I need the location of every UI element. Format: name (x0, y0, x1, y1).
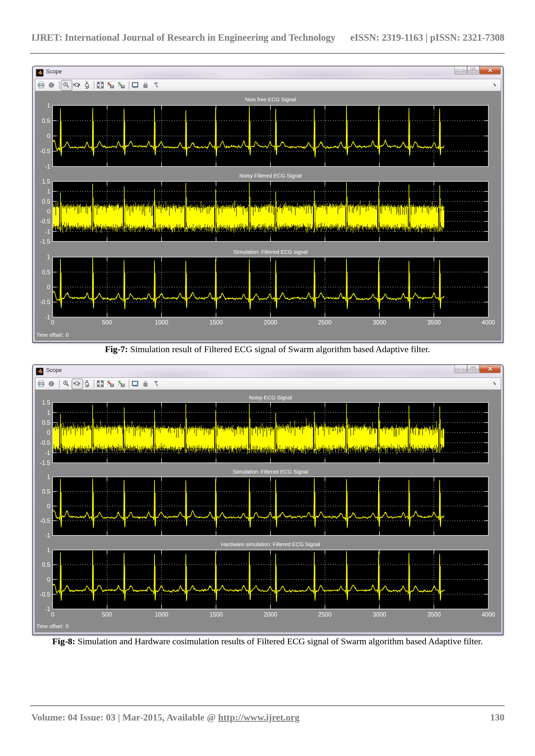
svg-text:0: 0 (47, 576, 50, 583)
svg-text:1: 1 (47, 473, 50, 480)
svg-text:3500: 3500 (427, 319, 441, 326)
svg-text:-0.5: -0.5 (40, 517, 50, 524)
svg-text:0: 0 (47, 429, 50, 436)
svg-text:Simulation: Filtered ECG signa: Simulation: Filtered ECG signal (233, 249, 308, 255)
svg-text:-1: -1 (45, 163, 50, 170)
svg-text:-1: -1 (45, 532, 50, 539)
svg-text:1: 1 (47, 409, 50, 416)
svg-text:-1: -1 (45, 606, 50, 612)
svg-text:1500: 1500 (210, 611, 223, 618)
svg-text:Hardware simulation: Filtered: Hardware simulation: Filtered ECG Signal (221, 541, 320, 547)
svg-text:4000: 4000 (482, 319, 495, 326)
svg-text:500: 500 (102, 319, 112, 326)
svg-text:-1.5: -1.5 (40, 459, 50, 466)
svg-text:-1: -1 (45, 228, 50, 235)
svg-text:2500: 2500 (318, 319, 331, 326)
svg-text:1.5: 1.5 (42, 178, 50, 185)
svg-text:Simulation: Filtered ECG Signa: Simulation: Filtered ECG Signal (233, 469, 308, 474)
svg-text:-1: -1 (45, 314, 50, 321)
svg-text:0.5: 0.5 (42, 198, 50, 205)
svg-text:Noisy ECG Signal: Noisy ECG Signal (249, 394, 292, 400)
svg-text:0: 0 (47, 503, 50, 510)
svg-text:0: 0 (47, 133, 50, 139)
svg-text:-0.5: -0.5 (40, 591, 50, 598)
svg-text:500: 500 (102, 611, 112, 618)
svg-text:3500: 3500 (427, 611, 441, 618)
svg-text:-0.5: -0.5 (40, 218, 50, 225)
svg-text:2000: 2000 (264, 611, 277, 618)
svg-text:0.5: 0.5 (42, 118, 50, 124)
svg-text:1: 1 (47, 254, 50, 260)
svg-text:0: 0 (47, 208, 50, 215)
svg-text:0.5: 0.5 (42, 561, 50, 568)
svg-text:3000: 3000 (373, 611, 386, 618)
svg-text:Noisy Filtered ECG Signal: Noisy Filtered ECG Signal (239, 173, 301, 178)
svg-text:-0.5: -0.5 (40, 439, 50, 446)
svg-text:0: 0 (51, 611, 54, 618)
svg-text:1: 1 (47, 102, 50, 109)
svg-text:Time offset:: Time offset: (36, 332, 63, 338)
svg-text:Nois free ECG Signal: Nois free ECG Signal (245, 96, 296, 102)
svg-text:0.5: 0.5 (42, 269, 50, 276)
svg-text:-0.5: -0.5 (40, 148, 50, 154)
svg-text:2500: 2500 (318, 611, 331, 618)
svg-text:3000: 3000 (373, 319, 386, 326)
svg-text:0: 0 (66, 332, 69, 338)
svg-text:Time offset:: Time offset: (36, 623, 63, 629)
svg-text:1000: 1000 (155, 611, 168, 618)
svg-text:4000: 4000 (482, 611, 495, 618)
svg-text:1: 1 (47, 547, 50, 554)
svg-text:0: 0 (66, 623, 69, 629)
svg-text:0.5: 0.5 (42, 488, 50, 495)
svg-text:1500: 1500 (210, 319, 223, 326)
svg-text:-1: -1 (45, 449, 50, 456)
svg-text:1.5: 1.5 (42, 399, 50, 406)
svg-text:0: 0 (51, 319, 54, 326)
svg-text:-0.5: -0.5 (40, 299, 50, 306)
svg-text:1: 1 (47, 188, 50, 195)
svg-text:2000: 2000 (264, 319, 277, 326)
svg-text:-1.5: -1.5 (40, 238, 50, 245)
svg-text:0.5: 0.5 (42, 419, 50, 426)
svg-text:0: 0 (47, 284, 50, 290)
svg-text:1000: 1000 (155, 319, 168, 326)
